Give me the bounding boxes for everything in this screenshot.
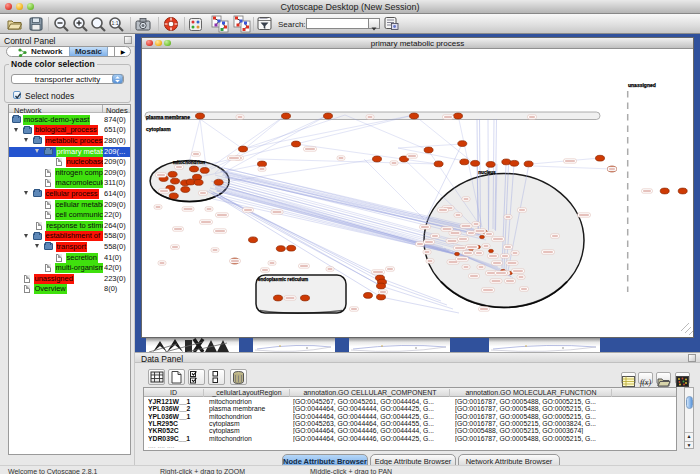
svg-text:plasma membrane: plasma membrane	[146, 113, 190, 119]
svg-text:endoplasmic reticulum: endoplasmic reticulum	[258, 277, 308, 282]
svg-text:cytoplasm: cytoplasm	[146, 125, 171, 131]
svg-text:unassigned: unassigned	[628, 82, 656, 88]
svg-text:mitochondrion: mitochondrion	[173, 159, 205, 164]
svg-text:f(x): f(x)	[640, 378, 651, 387]
svg-text:1:1: 1:1	[112, 20, 119, 26]
svg-text:nucleus: nucleus	[478, 169, 496, 174]
